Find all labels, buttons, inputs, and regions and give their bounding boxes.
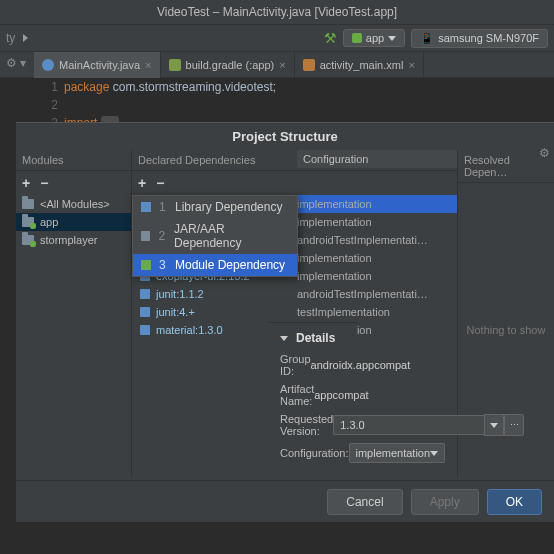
- close-icon[interactable]: ×: [408, 59, 414, 71]
- library-icon: [140, 307, 150, 317]
- configuration-value: implementation: [356, 447, 431, 459]
- chevron-down-icon: [388, 36, 396, 41]
- requested-version-label: Requested Version:: [280, 413, 333, 437]
- add-dependency-popup: 1 Library Dependency 2 JAR/AAR Dependenc…: [132, 195, 298, 277]
- add-dependency-button[interactable]: +: [138, 175, 146, 191]
- configuration-select[interactable]: implementation: [349, 443, 446, 463]
- folder-icon: [22, 199, 34, 209]
- module-label: app: [40, 216, 58, 228]
- module-app[interactable]: app: [16, 213, 131, 231]
- build-icon[interactable]: ⚒: [324, 30, 337, 46]
- project-structure-dialog: Project Structure Modules + − <All Modul…: [16, 122, 554, 480]
- close-icon[interactable]: ×: [279, 59, 285, 71]
- artifact-label: Artifact Name:: [280, 383, 314, 407]
- library-icon: [140, 325, 150, 335]
- gear-icon[interactable]: ⚙: [539, 146, 550, 160]
- tab-label: activity_main.xml: [320, 59, 404, 71]
- artifact-value: appcompat: [314, 389, 368, 401]
- dependency-row[interactable]: junit:4.+testImplementation: [132, 303, 457, 321]
- modules-column: Modules + − <All Modules> app stormplaye…: [16, 150, 132, 477]
- dep-config: testImplementation: [297, 306, 457, 318]
- config-header: Configuration: [297, 150, 457, 168]
- tab-mainactivity[interactable]: MainActivity.java ×: [34, 52, 161, 78]
- popup-label: Module Dependency: [175, 258, 285, 272]
- popup-module-dependency[interactable]: 3 Module Dependency: [133, 254, 297, 276]
- window-title: VideoTest – MainActivity.java [VideoTest…: [0, 0, 554, 24]
- cancel-button[interactable]: Cancel: [327, 489, 402, 515]
- module-label: <All Modules>: [40, 198, 110, 210]
- version-more-button[interactable]: ⋯: [504, 414, 524, 436]
- tab-activitymain[interactable]: activity_main.xml ×: [295, 52, 424, 78]
- jar-icon: [141, 231, 150, 241]
- java-icon: [42, 59, 54, 71]
- dep-name: junit:4.+: [156, 306, 291, 318]
- apply-button[interactable]: Apply: [411, 489, 479, 515]
- project-label: ty: [6, 31, 15, 45]
- remove-module-button[interactable]: −: [40, 175, 48, 191]
- run-config-label: app: [366, 32, 384, 44]
- dialog-footer: Cancel Apply OK: [16, 480, 554, 522]
- dep-config: implementation: [297, 216, 457, 228]
- collapse-icon[interactable]: [280, 336, 288, 341]
- details-header: Details: [296, 331, 335, 345]
- tab-label: build.gradle (:app): [186, 59, 275, 71]
- popup-jar-dependency[interactable]: 2 JAR/AAR Dependency: [133, 218, 297, 254]
- group-id-value: androidx.appcompat: [311, 359, 411, 371]
- library-icon: [140, 289, 150, 299]
- dependency-row[interactable]: junit:1.1.2androidTestImplementati…: [132, 285, 457, 303]
- add-module-button[interactable]: +: [22, 175, 30, 191]
- dep-config: implementation: [297, 270, 457, 282]
- modules-header: Modules: [16, 150, 131, 171]
- details-panel: Details Group ID: androidx.appcompat Art…: [268, 322, 357, 477]
- popup-label: JAR/AAR Dependency: [174, 222, 289, 250]
- configuration-label: Configuration:: [280, 447, 349, 459]
- dep-config: androidTestImplementati…: [297, 234, 457, 246]
- version-dropdown-button[interactable]: [484, 414, 504, 436]
- dep-config: implementation: [297, 252, 457, 264]
- ok-button[interactable]: OK: [487, 489, 542, 515]
- close-icon[interactable]: ×: [145, 59, 151, 71]
- folder-icon: [22, 235, 34, 245]
- group-id-label: Group ID:: [280, 353, 311, 377]
- tab-buildgradle[interactable]: build.gradle (:app) ×: [161, 52, 295, 78]
- folder-icon: [22, 217, 34, 227]
- dep-config: implementation: [297, 198, 457, 210]
- run-config-dropdown[interactable]: app: [343, 29, 405, 47]
- android-icon: [352, 33, 362, 43]
- device-dropdown[interactable]: 📱 samsung SM-N970F: [411, 29, 548, 48]
- chevron-down-icon: [430, 451, 438, 456]
- tab-label: MainActivity.java: [59, 59, 140, 71]
- xml-icon: [303, 59, 315, 71]
- popup-library-dependency[interactable]: 1 Library Dependency: [133, 196, 297, 218]
- dependencies-column: Declared Dependencies Configuration + − …: [132, 150, 458, 477]
- popup-label: Library Dependency: [175, 200, 282, 214]
- requested-version-input[interactable]: [333, 415, 484, 435]
- gear-icon[interactable]: ⚙ ▾: [6, 56, 26, 70]
- dep-name: junit:1.1.2: [156, 288, 291, 300]
- dep-config: androidTestImplementati…: [297, 288, 457, 300]
- module-icon: [141, 260, 151, 270]
- module-all[interactable]: <All Modules>: [16, 195, 131, 213]
- main-toolbar: ty ⚒ app 📱 samsung SM-N970F: [0, 24, 554, 52]
- module-label: stormplayer: [40, 234, 97, 246]
- module-stormplayer[interactable]: stormplayer: [16, 231, 131, 249]
- chevron-right-icon: [23, 34, 28, 42]
- dialog-title: Project Structure: [16, 123, 554, 150]
- device-label: samsung SM-N970F: [438, 32, 539, 44]
- remove-dependency-button[interactable]: −: [156, 175, 164, 191]
- library-icon: [141, 202, 151, 212]
- editor-tabs: MainActivity.java × build.gradle (:app) …: [0, 52, 554, 78]
- gradle-icon: [169, 59, 181, 71]
- phone-icon: 📱: [420, 32, 434, 45]
